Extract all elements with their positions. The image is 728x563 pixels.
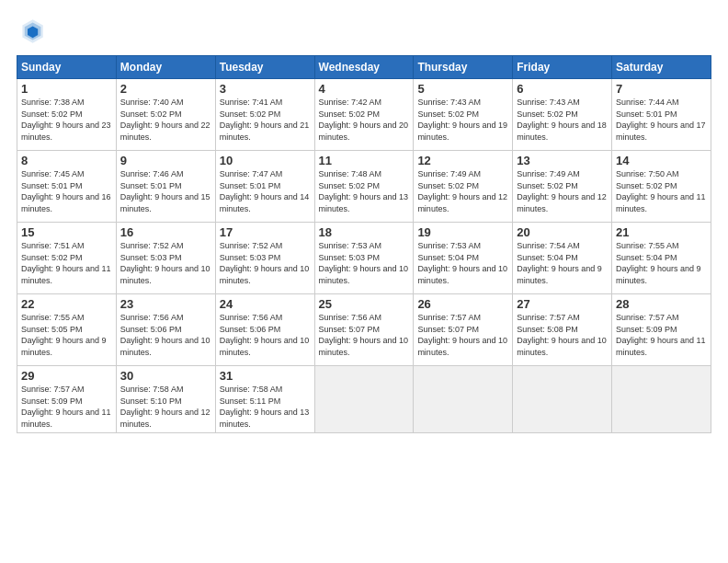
day-number: 7 [616,82,707,96]
calendar-cell: 8Sunrise: 7:45 AMSunset: 5:01 PMDaylight… [17,151,117,223]
calendar-cell [513,366,612,433]
day-info: Sunrise: 7:56 AMSunset: 5:06 PMDaylight:… [120,312,211,358]
week-row-4: 22Sunrise: 7:55 AMSunset: 5:05 PMDayligh… [17,294,711,366]
calendar-cell [612,366,711,433]
calendar-cell: 15Sunrise: 7:51 AMSunset: 5:02 PMDayligh… [17,223,117,294]
day-number: 18 [319,225,410,239]
calendar-cell: 30Sunrise: 7:58 AMSunset: 5:10 PMDayligh… [116,366,215,433]
calendar-cell: 22Sunrise: 7:55 AMSunset: 5:05 PMDayligh… [17,294,117,366]
day-number: 26 [417,297,508,311]
day-info: Sunrise: 7:56 AMSunset: 5:06 PMDaylight:… [220,312,311,358]
calendar-cell: 25Sunrise: 7:56 AMSunset: 5:07 PMDayligh… [314,294,414,366]
calendar-cell: 23Sunrise: 7:56 AMSunset: 5:06 PMDayligh… [116,294,215,366]
day-info: Sunrise: 7:54 AMSunset: 5:04 PMDaylight:… [517,240,608,286]
day-number: 11 [319,154,410,167]
calendar-cell: 29Sunrise: 7:57 AMSunset: 5:09 PMDayligh… [17,366,117,433]
day-number: 13 [517,154,608,167]
weekday-wednesday: Wednesday [314,56,414,79]
calendar-cell: 3Sunrise: 7:41 AMSunset: 5:02 PMDaylight… [215,79,314,151]
calendar-cell: 13Sunrise: 7:49 AMSunset: 5:02 PMDayligh… [513,151,612,223]
day-info: Sunrise: 7:43 AMSunset: 5:02 PMDaylight:… [517,97,608,143]
day-number: 21 [616,225,707,239]
day-number: 31 [220,369,311,383]
calendar-cell: 2Sunrise: 7:40 AMSunset: 5:02 PMDaylight… [116,79,215,151]
day-number: 29 [21,369,112,383]
day-info: Sunrise: 7:40 AMSunset: 5:02 PMDaylight:… [120,97,211,143]
day-number: 20 [517,225,608,239]
day-info: Sunrise: 7:55 AMSunset: 5:05 PMDaylight:… [21,312,112,358]
calendar-cell: 6Sunrise: 7:43 AMSunset: 5:02 PMDaylight… [513,79,612,151]
day-info: Sunrise: 7:44 AMSunset: 5:01 PMDaylight:… [616,97,707,143]
day-number: 17 [220,225,311,239]
day-info: Sunrise: 7:58 AMSunset: 5:11 PMDaylight:… [220,384,311,430]
day-info: Sunrise: 7:48 AMSunset: 5:02 PMDaylight:… [319,168,410,214]
day-info: Sunrise: 7:49 AMSunset: 5:02 PMDaylight:… [517,168,608,214]
day-number: 10 [220,154,311,167]
day-info: Sunrise: 7:57 AMSunset: 5:09 PMDaylight:… [21,384,112,430]
day-number: 8 [21,154,112,167]
weekday-thursday: Thursday [414,56,513,79]
day-info: Sunrise: 7:55 AMSunset: 5:04 PMDaylight:… [616,240,707,286]
day-number: 23 [120,297,211,311]
day-info: Sunrise: 7:53 AMSunset: 5:03 PMDaylight:… [319,240,410,286]
header [17,17,711,46]
calendar-cell [314,366,414,433]
day-info: Sunrise: 7:43 AMSunset: 5:02 PMDaylight:… [417,97,508,143]
day-number: 6 [517,82,608,96]
day-number: 4 [319,82,410,96]
day-info: Sunrise: 7:53 AMSunset: 5:04 PMDaylight:… [417,240,508,286]
weekday-friday: Friday [513,56,612,79]
day-number: 19 [417,225,508,239]
calendar-cell: 17Sunrise: 7:52 AMSunset: 5:03 PMDayligh… [215,223,314,294]
calendar-cell: 5Sunrise: 7:43 AMSunset: 5:02 PMDaylight… [414,79,513,151]
calendar-cell: 4Sunrise: 7:42 AMSunset: 5:02 PMDaylight… [314,79,414,151]
calendar-cell: 21Sunrise: 7:55 AMSunset: 5:04 PMDayligh… [612,223,711,294]
calendar-cell: 11Sunrise: 7:48 AMSunset: 5:02 PMDayligh… [314,151,414,223]
calendar-table: SundayMondayTuesdayWednesdayThursdayFrid… [17,55,711,433]
weekday-monday: Monday [116,56,215,79]
day-number: 22 [21,297,112,311]
day-info: Sunrise: 7:57 AMSunset: 5:09 PMDaylight:… [616,312,707,358]
day-info: Sunrise: 7:38 AMSunset: 5:02 PMDaylight:… [21,97,112,143]
day-number: 14 [616,154,707,167]
day-info: Sunrise: 7:52 AMSunset: 5:03 PMDaylight:… [120,240,211,286]
day-number: 28 [616,297,707,311]
logo [17,17,50,46]
day-number: 24 [220,297,311,311]
weekday-sunday: Sunday [17,56,117,79]
calendar-cell: 26Sunrise: 7:57 AMSunset: 5:07 PMDayligh… [414,294,513,366]
weekday-tuesday: Tuesday [215,56,314,79]
calendar-cell: 16Sunrise: 7:52 AMSunset: 5:03 PMDayligh… [116,223,215,294]
day-number: 2 [120,82,211,96]
calendar-cell: 7Sunrise: 7:44 AMSunset: 5:01 PMDaylight… [612,79,711,151]
day-info: Sunrise: 7:50 AMSunset: 5:02 PMDaylight:… [616,168,707,214]
day-info: Sunrise: 7:47 AMSunset: 5:01 PMDaylight:… [220,168,311,214]
day-info: Sunrise: 7:56 AMSunset: 5:07 PMDaylight:… [319,312,410,358]
week-row-1: 1Sunrise: 7:38 AMSunset: 5:02 PMDaylight… [17,79,711,151]
calendar-cell: 18Sunrise: 7:53 AMSunset: 5:03 PMDayligh… [314,223,414,294]
calendar-cell: 28Sunrise: 7:57 AMSunset: 5:09 PMDayligh… [612,294,711,366]
day-number: 15 [21,225,112,239]
day-info: Sunrise: 7:45 AMSunset: 5:01 PMDaylight:… [21,168,112,214]
calendar-cell: 27Sunrise: 7:57 AMSunset: 5:08 PMDayligh… [513,294,612,366]
week-row-5: 29Sunrise: 7:57 AMSunset: 5:09 PMDayligh… [17,366,711,433]
calendar-cell: 10Sunrise: 7:47 AMSunset: 5:01 PMDayligh… [215,151,314,223]
day-number: 25 [319,297,410,311]
logo-icon [17,17,46,46]
weekday-saturday: Saturday [612,56,711,79]
day-number: 12 [417,154,508,167]
calendar-cell: 24Sunrise: 7:56 AMSunset: 5:06 PMDayligh… [215,294,314,366]
week-row-2: 8Sunrise: 7:45 AMSunset: 5:01 PMDaylight… [17,151,711,223]
day-info: Sunrise: 7:57 AMSunset: 5:07 PMDaylight:… [417,312,508,358]
weekday-header-row: SundayMondayTuesdayWednesdayThursdayFrid… [17,56,711,79]
calendar-cell: 19Sunrise: 7:53 AMSunset: 5:04 PMDayligh… [414,223,513,294]
day-info: Sunrise: 7:49 AMSunset: 5:02 PMDaylight:… [417,168,508,214]
day-number: 1 [21,82,112,96]
day-info: Sunrise: 7:46 AMSunset: 5:01 PMDaylight:… [120,168,211,214]
calendar-cell: 31Sunrise: 7:58 AMSunset: 5:11 PMDayligh… [215,366,314,433]
day-info: Sunrise: 7:57 AMSunset: 5:08 PMDaylight:… [517,312,608,358]
day-number: 30 [120,369,211,383]
day-number: 5 [417,82,508,96]
page: SundayMondayTuesdayWednesdayThursdayFrid… [0,0,728,563]
day-info: Sunrise: 7:52 AMSunset: 5:03 PMDaylight:… [220,240,311,286]
